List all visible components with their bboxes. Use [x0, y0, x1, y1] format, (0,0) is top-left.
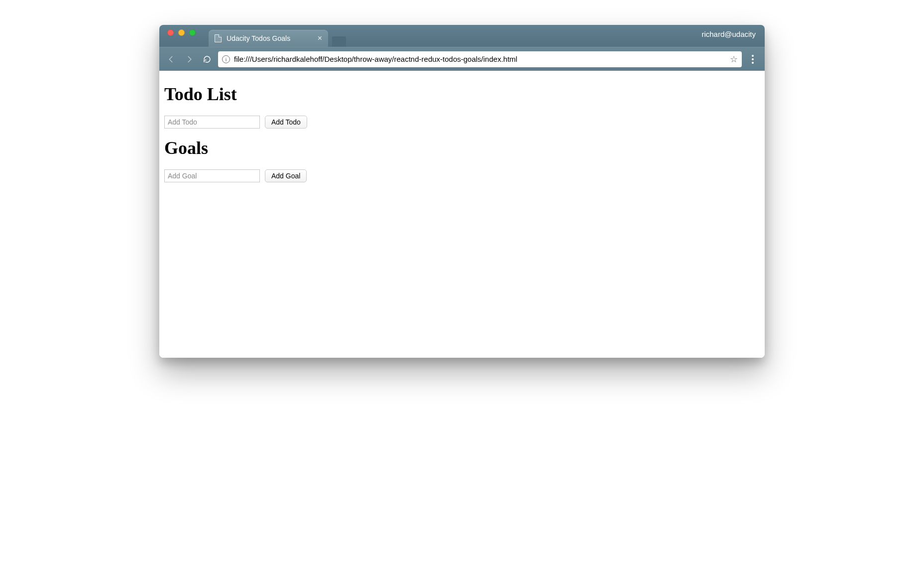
reload-button[interactable]	[200, 52, 214, 66]
address-bar[interactable]: i file:///Users/richardkalehoff/Desktop/…	[218, 51, 742, 67]
file-icon	[215, 34, 222, 42]
add-goal-button[interactable]: Add Goal	[265, 169, 307, 182]
toolbar: i file:///Users/richardkalehoff/Desktop/…	[159, 47, 765, 71]
titlebar: Udacity Todos Goals × richard@udacity	[159, 25, 765, 47]
goals-heading: Goals	[164, 138, 760, 158]
bookmark-star-icon[interactable]: ☆	[730, 54, 738, 65]
todo-input[interactable]	[164, 116, 260, 129]
forward-button[interactable]	[182, 52, 196, 66]
add-todo-button[interactable]: Add Todo	[265, 116, 307, 129]
browser-tab[interactable]: Udacity Todos Goals ×	[209, 30, 328, 47]
minimize-window-button[interactable]	[178, 29, 185, 36]
maximize-window-button[interactable]	[189, 29, 196, 36]
site-info-icon[interactable]: i	[222, 55, 230, 63]
arrow-right-icon	[185, 55, 194, 64]
page-content: Todo List Add Todo Goals Add Goal	[159, 71, 765, 358]
kebab-icon	[752, 55, 754, 64]
profile-label[interactable]: richard@udacity	[701, 30, 756, 38]
todos-form: Add Todo	[164, 116, 760, 129]
goal-input[interactable]	[164, 169, 260, 182]
todos-heading: Todo List	[164, 84, 760, 105]
close-window-button[interactable]	[167, 29, 174, 36]
new-tab-button[interactable]	[332, 36, 346, 47]
viewport: Udacity Todos Goals × richard@udacity i …	[0, 0, 924, 562]
arrow-left-icon	[167, 55, 176, 64]
url-text: file:///Users/richardkalehoff/Desktop/th…	[234, 55, 726, 63]
tab-title: Udacity Todos Goals	[227, 34, 290, 42]
window-controls	[165, 25, 196, 47]
back-button[interactable]	[164, 52, 178, 66]
close-tab-icon[interactable]: ×	[318, 34, 322, 42]
browser-menu-button[interactable]	[746, 52, 760, 66]
browser-window: Udacity Todos Goals × richard@udacity i …	[159, 25, 765, 358]
goals-form: Add Goal	[164, 169, 760, 182]
reload-icon	[203, 55, 212, 64]
